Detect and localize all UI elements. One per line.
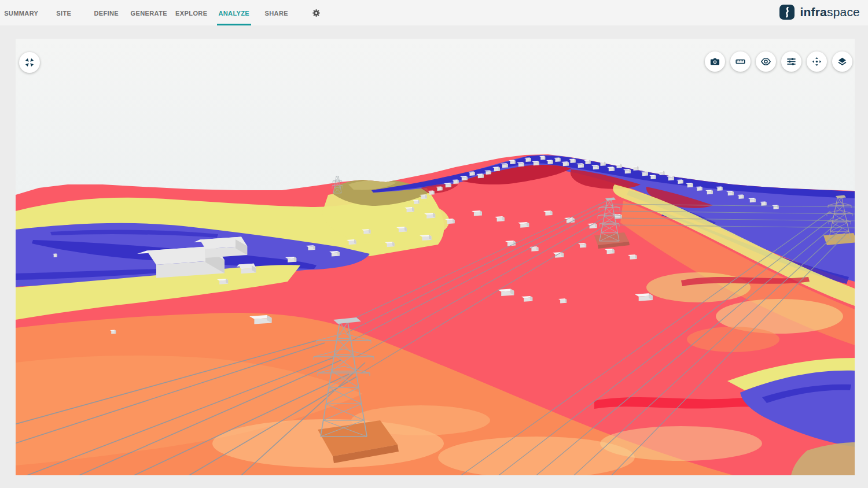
fit-view-button[interactable] [19,52,40,73]
tab-site[interactable]: SITE [43,0,86,25]
layers-icon [837,56,848,67]
viewport-toolbar [705,51,852,72]
nav-tabs: SUMMARYSITEDEFINEGENERATEEXPLOREANALYZES… [0,0,298,25]
tab-label: SHARE [264,9,288,17]
brand-name: infraspace [800,5,860,19]
tab-label: GENERATE [130,9,167,17]
measure-button[interactable] [730,51,751,72]
tab-summary[interactable]: SUMMARY [0,0,43,25]
tab-share[interactable]: SHARE [255,0,298,25]
eye-icon [760,56,771,67]
move-icon [811,56,822,67]
tab-label: EXPLORE [175,9,207,17]
collapse-arrows-icon [24,57,35,68]
tab-generate[interactable]: GENERATE [128,0,171,25]
tab-label: ANALYZE [218,9,249,17]
screenshot-button[interactable] [705,51,725,72]
gear-icon [311,8,321,18]
tab-label: SITE [56,9,71,17]
tab-analyze[interactable]: ANALYZE [213,0,256,25]
infraspace-logo-icon [779,5,795,20]
filters-button[interactable] [781,51,801,72]
terrain-scene[interactable] [16,39,855,475]
tab-label: SUMMARY [4,9,38,17]
tab-explore[interactable]: EXPLORE [170,0,213,25]
visibility-button[interactable] [756,51,776,72]
ruler-icon [735,56,746,67]
camera-icon [709,56,720,67]
tab-label: DEFINE [94,9,119,17]
layers-button[interactable] [832,51,852,72]
settings-button[interactable] [305,0,328,25]
map-viewport[interactable] [16,39,855,475]
top-nav: SUMMARYSITEDEFINEGENERATEEXPLOREANALYZES… [0,0,868,25]
sliders-icon [786,56,797,67]
brand-logo: infraspace [779,5,860,20]
tab-define[interactable]: DEFINE [85,0,128,25]
pan-button[interactable] [807,51,827,72]
